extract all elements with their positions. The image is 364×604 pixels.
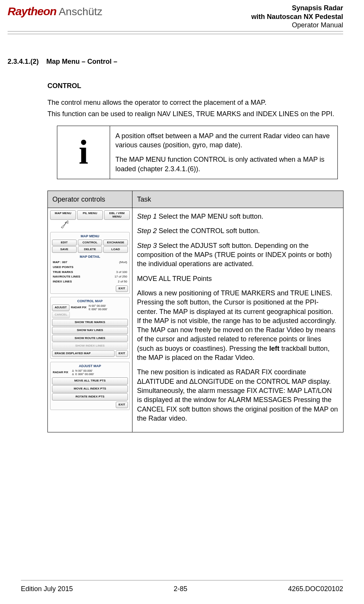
control-map-title: CONTROL MAP [52, 299, 128, 303]
used-points-label: USED POINTS [53, 265, 73, 270]
doc-title-line3: Operator Manual [251, 21, 343, 30]
header-rule [8, 34, 343, 34]
col-task: Task [132, 191, 344, 208]
section-title: Map Menu – Control – [46, 57, 117, 66]
true-marks-val: 3 of 100 [116, 270, 127, 274]
nav-route-label: NAV/ROUTE LINES [53, 275, 80, 279]
move-p2: The new position is indicated as RADAR F… [137, 367, 339, 423]
callout-arrow-icon [60, 221, 130, 229]
doc-title-line2: with Nautoscan NX Pedestal [251, 13, 343, 21]
rotate-index-pts-button[interactable]: ROTATE INDEX PTS [52, 393, 128, 401]
adjust-lon: E 000° 00.000' [76, 372, 94, 376]
doc-title-line1: Synapsis Radar [251, 4, 343, 13]
section-heading: 2.3.4.1.(2) Map Menu – Control – [8, 57, 343, 66]
intro-p1: The control menu allows the operator to … [47, 98, 343, 107]
show-nav-lines-button[interactable]: SHOW NAV LINES [52, 327, 128, 334]
map-menu-button[interactable]: MAP MENU [50, 210, 76, 220]
mock-map-menu-panel: MAP MENU EDIT CONTROL EXCHANGE SAVE DELE… [50, 232, 130, 294]
ebl-vrm-menu-button[interactable]: EBL / VRM MENU [104, 210, 130, 220]
info-icon: i [63, 139, 104, 166]
show-route-lines-button[interactable]: SHOW ROUTE LINES [52, 335, 128, 342]
load-button[interactable]: LOAD [103, 246, 128, 252]
info-p1: A position offset between a MAP and the … [115, 131, 332, 150]
mock-adjust-map-panel: ADJUST MAP RADAR FIX Δ N 00° 00.000' Δ E… [50, 362, 130, 410]
info-text: A position offset between a MAP and the … [110, 126, 338, 179]
move-heading: MOVE ALL TRUE Points [137, 274, 339, 283]
exit-button[interactable]: EXIT [116, 285, 128, 292]
svg-marker-0 [61, 221, 68, 228]
info-box: i A position offset between a MAP and th… [57, 126, 338, 179]
footer-right: 4265.DOC020102 [288, 584, 343, 593]
doc-title: Synapsis Radar with Nautoscan NX Pedesta… [251, 4, 343, 30]
pil-menu-button[interactable]: PIL MENU [77, 210, 103, 220]
map-id: MAP : 007 [53, 260, 67, 265]
logo-anschutz: Anschütz [59, 5, 102, 19]
logo: Raytheon Anschütz [8, 4, 102, 19]
nav-route-val: 17 of 250 [115, 275, 127, 279]
page-footer: Edition July 2015 2-85 4265.DOC020102 [21, 580, 343, 593]
exit-button-2[interactable]: EXIT [116, 350, 128, 357]
control-button[interactable]: CONTROL [78, 240, 102, 246]
delete-button[interactable]: DELETE [78, 246, 102, 252]
radar-fix-lon: E 000° 00.000' [89, 308, 107, 311]
operator-controls-cell: MAP MENU PIL MENU EBL / VRM MENU MAP MEN… [48, 208, 132, 432]
col-controls: Operator controls [48, 191, 132, 208]
exit-button-3[interactable]: EXIT [116, 402, 128, 408]
save-button[interactable]: SAVE [52, 246, 77, 252]
section-number: 2.3.4.1.(2) [8, 57, 39, 66]
page-header: Raytheon Anschütz Synapsis Radar with Na… [8, 4, 343, 32]
adjust-map-title: ADJUST MAP [52, 364, 128, 368]
logo-raytheon: Raytheon [8, 4, 57, 19]
task-cell: Step 1 Select the MAP MENU soft button. … [132, 208, 344, 432]
index-lines-val: 2 of 50 [118, 280, 127, 284]
show-index-lines-button: SHOW INDEX LINES [52, 342, 128, 350]
map-mod: (Mod) [119, 260, 127, 265]
move-all-index-pts-button[interactable]: MOVE ALL INDEX PTS [52, 385, 128, 393]
sub-heading: CONTROL [47, 81, 343, 90]
step-2: Step 2 Select the CONTROL soft button. [137, 226, 339, 235]
show-true-marks-button[interactable]: SHOW TRUE MARKS [52, 319, 128, 326]
footer-center: 2-85 [173, 584, 187, 593]
intro-p2: This function can be used to realign NAV… [47, 109, 343, 118]
operator-table: Operator controls Task MAP MENU PIL MENU… [47, 191, 344, 432]
map-detail-title: MAP DETAIL [52, 254, 128, 259]
map-menu-title: MAP MENU [52, 234, 128, 238]
radar-fix-readout-2: RADAR FIX Δ N 00° 00.000' Δ E 000° 00.00… [53, 369, 128, 376]
move-all-true-pts-button[interactable]: MOVE ALL TRUE PTS [52, 377, 128, 385]
info-icon-cell: i [57, 126, 110, 179]
index-lines-label: INDEX LINES [53, 280, 72, 284]
step-3: Step 3 Select the ADJUST soft button. De… [137, 241, 339, 269]
mock-top-buttons: MAP MENU PIL MENU EBL / VRM MENU [50, 210, 130, 229]
info-p2: The MAP MENU function CONTROL is only ac… [115, 155, 332, 173]
mock-control-map-panel: CONTROL MAP ADJUST RADAR FIX N 00° 00.00… [50, 297, 130, 359]
move-p1: Allows a new positioning of TRUE MARKERS… [137, 289, 339, 362]
true-marks-label: TRUE MARKS [53, 270, 73, 274]
adjust-button[interactable]: ADJUST [52, 304, 69, 311]
cancel-fix-button[interactable]: CANCEL [52, 312, 70, 318]
edit-button[interactable]: EDIT [52, 240, 77, 246]
exchange-button[interactable]: EXCHANGE [103, 240, 128, 246]
erase-map-button[interactable]: ERASE DISPLAYED MAP [52, 350, 115, 357]
radar-fix-readout: RADAR FIX N 00° 00.000' E 000° 00.000' [71, 304, 107, 311]
footer-left: Edition July 2015 [21, 584, 73, 593]
step-1: Step 1 Select the MAP MENU soft button. [137, 212, 339, 221]
